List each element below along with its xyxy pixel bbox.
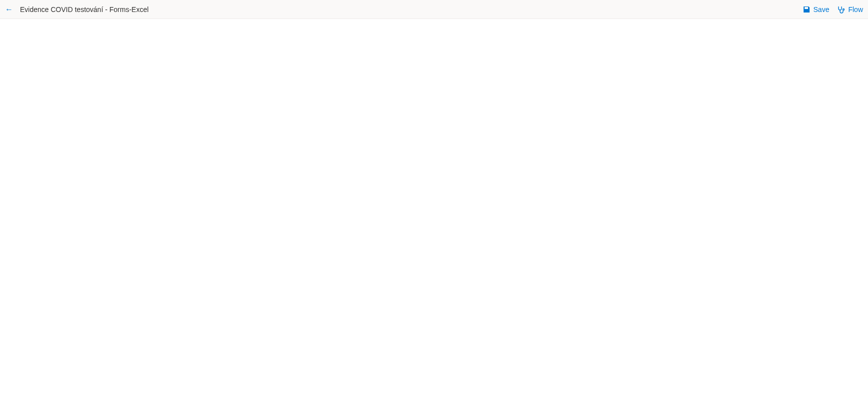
stethoscope-icon bbox=[837, 6, 845, 14]
page-title: Evidence COVID testování - Forms-Excel bbox=[20, 6, 149, 14]
save-icon bbox=[803, 6, 811, 14]
top-bar: ← Evidence COVID testování - Forms-Excel… bbox=[0, 0, 868, 19]
save-button[interactable]: Save bbox=[803, 6, 830, 14]
back-arrow-icon[interactable]: ← bbox=[5, 5, 13, 14]
flow-checker-button[interactable]: Flow bbox=[837, 6, 863, 14]
svg-point-0 bbox=[843, 8, 845, 10]
save-label: Save bbox=[814, 6, 830, 14]
flow-label: Flow bbox=[848, 6, 863, 14]
